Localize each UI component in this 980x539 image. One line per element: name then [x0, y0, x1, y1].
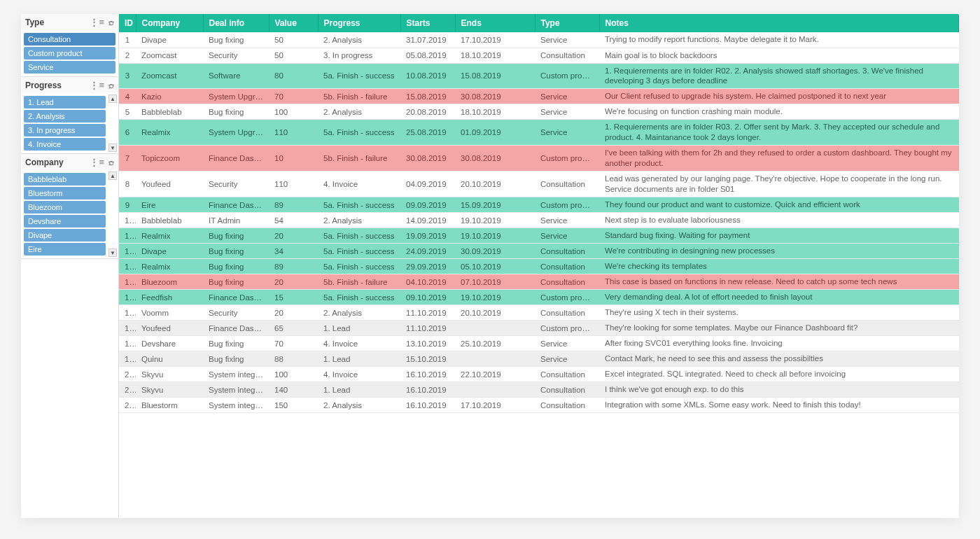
cell-type: Custom product	[535, 321, 599, 336]
table-row[interactable]: 7TopiczoomFinance Dashboa105b. Finish - …	[119, 146, 959, 172]
list-icon[interactable]: ⋮≡	[90, 157, 104, 167]
table-row[interactable]: 4KazioSystem Upgrade705b. Finish - failu…	[119, 89, 959, 104]
table-row[interactable]: 9EireFinance Dashboa895a. Finish - succe…	[119, 197, 959, 213]
table-row[interactable]: 10BabbleblabIT Admin542. Analysis14.09.2…	[119, 213, 959, 228]
table-row[interactable]: 2ZoomcastSecurity503. In progress05.08.2…	[119, 48, 959, 63]
cell-notes: This case is based on functions in new r…	[599, 274, 959, 290]
cell-notes: We're contributing in desingning new pro…	[599, 244, 959, 259]
cell-deal: Security	[203, 172, 269, 197]
table-row[interactable]: 1DivapeBug fixing502. Analysis31.07.2019…	[119, 32, 959, 48]
scroll-arrows: ▲▼	[108, 172, 117, 257]
filter-item[interactable]: 4. Invoice	[24, 138, 106, 150]
cell-type: Custom product	[535, 146, 599, 172]
table-header-row: IDCompanyDeal infoValueProgressStartsEnd…	[119, 14, 959, 32]
table-row[interactable]: 12DivapeBug fixing345a. Finish - success…	[119, 244, 959, 259]
cell-deal: System integratio	[203, 398, 269, 413]
filter-item[interactable]: Consultation	[24, 33, 115, 46]
filter-item[interactable]: 2. Analysis	[24, 110, 106, 122]
column-header[interactable]: Starts	[400, 14, 455, 32]
cell-type: Service	[535, 228, 599, 244]
table-row[interactable]: 17YoufeedFinance Dashboa651. Lead11.10.2…	[119, 321, 959, 336]
cell-progress: 4. Invoice	[318, 367, 400, 382]
cell-type: Service	[535, 104, 599, 120]
filter-item[interactable]: 3. In progress	[24, 124, 106, 136]
column-header[interactable]: Progress	[318, 14, 400, 32]
cell-starts: 04.10.2019	[400, 274, 455, 290]
cell-ends: 18.10.2019	[455, 48, 535, 63]
cell-company: Realmix	[136, 259, 203, 274]
list-icon[interactable]: ⋮≡	[90, 17, 104, 27]
cell-company: Topiczoom	[136, 146, 203, 172]
cell-progress: 5a. Finish - success	[318, 120, 400, 146]
column-header[interactable]: Deal info	[203, 14, 269, 32]
cell-value: 110	[269, 120, 318, 146]
cell-starts: 05.08.2019	[400, 48, 455, 63]
scroll-up-icon[interactable]: ▲	[108, 172, 117, 180]
table-row[interactable]: 11RealmixBug fixing205a. Finish - succes…	[119, 228, 959, 244]
cell-deal: Finance Dashboa	[203, 146, 269, 172]
filter-item[interactable]: Divape	[24, 229, 106, 241]
scroll-down-icon[interactable]: ▼	[108, 144, 117, 152]
column-header[interactable]: Company	[136, 14, 203, 32]
cell-starts: 04.09.2019	[400, 172, 455, 197]
cell-id: 7	[119, 146, 136, 172]
table-row[interactable]: 3ZoomcastSoftware805a. Finish - success1…	[119, 63, 959, 89]
cell-type: Consultation	[535, 172, 599, 197]
table-row[interactable]: 15FeedfishFinance Dashboa155a. Finish - …	[119, 290, 959, 305]
cell-starts: 09.09.2019	[400, 197, 455, 213]
clear-filter-icon[interactable]: ⌕	[108, 17, 114, 27]
cell-type: Service	[535, 351, 599, 367]
column-header[interactable]: Ends	[455, 14, 535, 32]
table-row[interactable]: 18DevshareBug fixing704. Invoice13.10.20…	[119, 336, 959, 351]
column-header[interactable]: Notes	[599, 14, 959, 32]
filter-item[interactable]: Babbleblab	[24, 173, 106, 186]
cell-value: 88	[269, 351, 318, 367]
cell-value: 20	[269, 228, 318, 244]
scroll-up-icon[interactable]: ▲	[108, 94, 117, 103]
cell-notes: Very demanding deal. A lot of effort nee…	[599, 290, 959, 305]
table-row[interactable]: 16VoommSecurity202. Analysis11.10.201920…	[119, 305, 959, 321]
table-row[interactable]: 5BabbleblabBug fixing1002. Analysis20.08…	[119, 104, 959, 120]
filter-item[interactable]: 1. Lead	[24, 96, 106, 108]
cell-notes: Trying to modify report functions. Maybe…	[599, 32, 959, 48]
scroll-down-icon[interactable]: ▼	[108, 248, 117, 257]
table-row[interactable]: 13RealmixBug fixing895a. Finish - succes…	[119, 259, 959, 274]
table-row[interactable]: 21SkyvuSystem integratio1401. Lead16.10.…	[119, 382, 959, 398]
cell-progress: 2. Analysis	[318, 398, 400, 413]
filter-item[interactable]: Eire	[24, 243, 106, 255]
cell-progress: 5b. Finish - failure	[318, 89, 400, 104]
cell-company: Quinu	[136, 351, 203, 367]
filter-item[interactable]: Devshare	[24, 215, 106, 227]
cell-ends	[455, 321, 535, 336]
cell-progress: 2. Analysis	[318, 213, 400, 228]
filter-item[interactable]: Bluezoom	[24, 201, 106, 214]
cell-ends: 19.10.2019	[455, 213, 535, 228]
app-window: Type⋮≡⌕ConsultationCustom productService…	[21, 14, 959, 518]
cell-starts: 09.10.2019	[400, 290, 455, 305]
table-row[interactable]: 19QuinuBug fixing881. Lead15.10.2019Serv…	[119, 351, 959, 367]
table-row[interactable]: 6RealmixSystem Upgrade1105a. Finish - su…	[119, 120, 959, 146]
column-header[interactable]: Value	[269, 14, 318, 32]
list-icon[interactable]: ⋮≡	[90, 80, 104, 90]
cell-progress: 5a. Finish - success	[318, 259, 400, 274]
table-row[interactable]: 20SkyvuSystem integratio1004. Invoice16.…	[119, 367, 959, 382]
clear-filter-icon[interactable]: ⌕	[108, 80, 114, 90]
filter-item[interactable]: Custom product	[24, 47, 115, 59]
deals-table: IDCompanyDeal infoValueProgressStartsEnd…	[119, 14, 959, 413]
table-row[interactable]: 14BluezoomBug fixing205b. Finish - failu…	[119, 274, 959, 290]
table-row[interactable]: 8YoufeedSecurity1104. Invoice04.09.20192…	[119, 172, 959, 197]
cell-company: Babbleblab	[136, 213, 203, 228]
column-header[interactable]: ID	[119, 14, 136, 32]
filter-item[interactable]: Service	[24, 61, 115, 74]
column-header[interactable]: Type	[535, 14, 599, 32]
cell-notes: Main goal is to block backdoors	[599, 48, 959, 63]
cell-progress: 5a. Finish - success	[318, 197, 400, 213]
filter-item[interactable]: Bluestorm	[24, 187, 106, 200]
table-row[interactable]: 22BluestormSystem integratio1502. Analys…	[119, 398, 959, 413]
cell-value: 20	[269, 305, 318, 321]
cell-deal: Bug fixing	[203, 274, 269, 290]
cell-deal: Bug fixing	[203, 336, 269, 351]
clear-filter-icon[interactable]: ⌕	[108, 157, 114, 167]
main-table-area: IDCompanyDeal infoValueProgressStartsEnd…	[119, 14, 959, 518]
filter-header: Type⋮≡⌕	[21, 14, 118, 30]
